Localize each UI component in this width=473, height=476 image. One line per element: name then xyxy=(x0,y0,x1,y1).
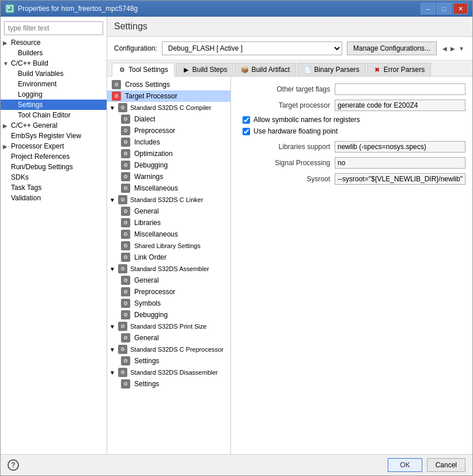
close-button[interactable]: ✕ xyxy=(453,3,468,14)
target-processor-input[interactable] xyxy=(335,100,466,111)
sidebar-item-build-variables[interactable]: Build Variables xyxy=(1,68,107,79)
use-hardware-fp-label: Use hardware floating point xyxy=(253,127,338,135)
tree-misc2[interactable]: ⚙ Miscellaneous xyxy=(107,229,230,240)
tree-libraries[interactable]: ⚙ Libraries xyxy=(107,217,230,229)
bottom-bar: ? OK Cancel xyxy=(1,454,472,475)
shared-lib-icon: ⚙ xyxy=(121,241,130,250)
tree-shared-lib[interactable]: ⚙ Shared Library Settings xyxy=(107,240,230,252)
s32ds-assembler-icon: ⚙ xyxy=(118,264,127,273)
nav-menu-button[interactable]: ▼ xyxy=(457,44,466,53)
nav-back-button[interactable]: ◀ xyxy=(441,44,448,53)
libraries-support-input[interactable] xyxy=(335,141,466,153)
manage-configurations-button[interactable]: Manage Configurations... xyxy=(347,41,437,55)
tree-dialect[interactable]: ⚙ Dialect xyxy=(107,113,230,125)
sidebar-item-builders[interactable]: Builders xyxy=(1,48,107,58)
sidebar-item-run-debug[interactable]: Run/Debug Settings xyxy=(1,162,107,172)
tree-preproc2[interactable]: ⚙ Preprocessor xyxy=(107,286,230,298)
tree-target-processor[interactable]: 🎯 Target Processor xyxy=(107,90,230,102)
allow-symbolic-row: Allow symbolic names for registers xyxy=(243,116,466,124)
settings-panel: Other target flags Target processor Allo… xyxy=(231,77,472,454)
sidebar-item-logging[interactable]: Logging xyxy=(1,89,107,100)
sidebar-item-task-tags[interactable]: Task Tags xyxy=(1,182,107,193)
ok-button[interactable]: OK xyxy=(388,458,422,472)
sidebar-filter-input[interactable] xyxy=(4,21,103,35)
s32ds-c-compiler-icon: ⚙ xyxy=(118,103,127,112)
tree-cross-settings[interactable]: ⚙ Cross Settings xyxy=(107,79,230,90)
tree-preprocessor[interactable]: ⚙ Preprocessor xyxy=(107,125,230,136)
tree-s32ds-assembler[interactable]: ▼ ⚙ Standard S32DS Assembler xyxy=(107,263,230,275)
nav-forward-button[interactable]: ▶ xyxy=(449,44,456,53)
cancel-button[interactable]: Cancel xyxy=(427,458,466,472)
other-target-flags-input[interactable] xyxy=(335,83,466,95)
maximize-button[interactable]: □ xyxy=(437,3,452,14)
tree-includes[interactable]: ⚙ Includes xyxy=(107,136,230,148)
tab-build-steps[interactable]: ▶ Build Steps xyxy=(176,63,234,76)
sidebar-item-tool-chain-editor[interactable]: Tool Chain Editor xyxy=(1,110,107,120)
gen2-icon: ⚙ xyxy=(121,276,130,285)
sidebar-item-sdks[interactable]: SDKs xyxy=(1,172,107,182)
tree-debug2[interactable]: ⚙ Debugging xyxy=(107,309,230,321)
build-steps-icon: ▶ xyxy=(182,66,190,74)
sidebar-item-environment[interactable]: Environment xyxy=(1,79,107,89)
settings3-icon: ⚙ xyxy=(121,379,130,389)
tree-general[interactable]: ⚙ General xyxy=(107,205,230,217)
window-title: Properties for hsm_freertos_mpc5748g xyxy=(18,5,138,13)
config-select[interactable]: Debug_FLASH [ Active ] xyxy=(162,41,342,55)
miscellaneous-icon: ⚙ xyxy=(121,184,130,193)
tree-symbols[interactable]: ⚙ Symbols xyxy=(107,298,230,309)
other-target-flags-label: Other target flags xyxy=(238,85,330,93)
other-target-flags-field: Other target flags xyxy=(238,83,466,95)
tree-settings2[interactable]: ⚙ Settings xyxy=(107,355,230,367)
general-icon: ⚙ xyxy=(121,207,130,216)
tree-miscellaneous[interactable]: ⚙ Miscellaneous xyxy=(107,182,230,194)
main-panel: Settings Configuration: Debug_FLASH [ Ac… xyxy=(107,17,472,454)
sidebar-item-cpp-build[interactable]: ▼ C/C++ Build xyxy=(1,58,107,68)
use-hardware-fp-row: Use hardware floating point xyxy=(243,127,466,135)
tree-s32ds-print-size[interactable]: ▼ ⚙ Standard S32DS Print Size xyxy=(107,321,230,332)
cross-settings-icon: ⚙ xyxy=(112,80,121,89)
sidebar-item-processor-expert[interactable]: ▶ Processor Expert xyxy=(1,141,107,151)
sidebar-item-project-references[interactable]: Project References xyxy=(1,151,107,162)
sidebar-item-validation[interactable]: Validation xyxy=(1,193,107,203)
error-parsers-icon: ✖ xyxy=(373,66,381,74)
tree-link-order[interactable]: ⚙ Link Order xyxy=(107,252,230,263)
sidebar-item-resource[interactable]: ▶ Resource xyxy=(1,37,107,48)
sysroot-label: Sysroot xyxy=(238,175,330,183)
tab-error-parsers[interactable]: ✖ Error Parsers xyxy=(367,63,431,76)
tab-build-artifact[interactable]: 📦 Build Artifact xyxy=(234,63,296,76)
binary-parsers-icon: 📄 xyxy=(304,66,312,74)
tool-settings-icon: ⚙ xyxy=(118,66,126,74)
debug2-icon: ⚙ xyxy=(121,310,130,319)
help-button[interactable]: ? xyxy=(7,459,19,471)
tab-tool-settings[interactable]: ⚙ Tool Settings xyxy=(112,63,175,77)
target-processor-label: Target processor xyxy=(238,101,330,109)
tree-settings3[interactable]: ⚙ Settings xyxy=(107,378,230,390)
tab-binary-parsers[interactable]: 📄 Binary Parsers xyxy=(297,63,366,76)
tree-gen3[interactable]: ⚙ General xyxy=(107,332,230,344)
tree-s32ds-c-compiler[interactable]: ▼ ⚙ Standard S32DS C Compiler xyxy=(107,102,230,113)
minimize-button[interactable]: – xyxy=(421,3,436,14)
sidebar-item-settings[interactable]: Settings xyxy=(1,100,107,110)
sysroot-input[interactable] xyxy=(335,173,466,185)
libraries-support-label: Libraries support xyxy=(238,143,330,151)
window-icon xyxy=(5,4,14,13)
s32ds-print-size-icon: ⚙ xyxy=(118,322,127,331)
use-hardware-fp-checkbox[interactable] xyxy=(243,128,250,135)
allow-symbolic-checkbox[interactable] xyxy=(243,116,250,124)
target-processor-icon: 🎯 xyxy=(112,92,121,101)
settings-tree-panel: ⚙ Cross Settings 🎯 Target Processor ▼ ⚙ … xyxy=(107,77,231,454)
tree-s32ds-disassembler[interactable]: ▼ ⚙ Standard S32DS Disassembler xyxy=(107,367,230,378)
tree-debugging[interactable]: ⚙ Debugging xyxy=(107,159,230,171)
tree-warnings[interactable]: ⚙ Warnings xyxy=(107,171,230,182)
sidebar-item-cpp-general[interactable]: ▶ C/C++ General xyxy=(1,120,107,131)
preprocessor-icon: ⚙ xyxy=(121,126,130,135)
allow-symbolic-label: Allow symbolic names for registers xyxy=(253,116,360,124)
tree-s32ds-c-preprocessor[interactable]: ▼ ⚙ Standard S32DS C Preprocessor xyxy=(107,344,230,355)
tree-s32ds-c-linker[interactable]: ▼ ⚙ Standard S32DS C Linker xyxy=(107,194,230,205)
config-row: Configuration: Debug_FLASH [ Active ] Ma… xyxy=(107,37,472,60)
tree-optimization[interactable]: ⚙ Optimization xyxy=(107,148,230,159)
tree-gen2[interactable]: ⚙ General xyxy=(107,275,230,286)
target-processor-field: Target processor xyxy=(238,100,466,111)
signal-processing-input[interactable] xyxy=(335,157,466,169)
sidebar-item-embsys[interactable]: EmbSys Register View xyxy=(1,131,107,141)
